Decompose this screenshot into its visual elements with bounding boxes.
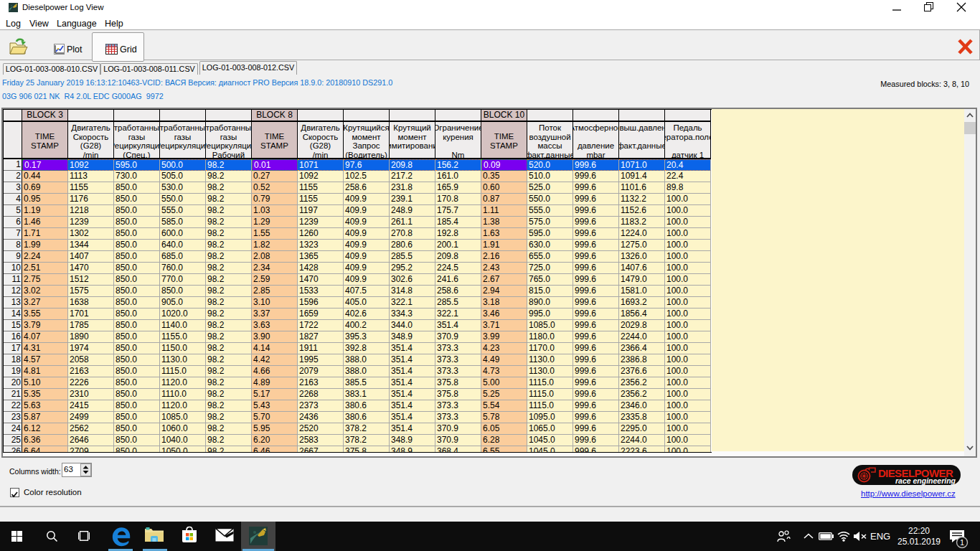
svg-text:1: 1 <box>960 538 964 547</box>
